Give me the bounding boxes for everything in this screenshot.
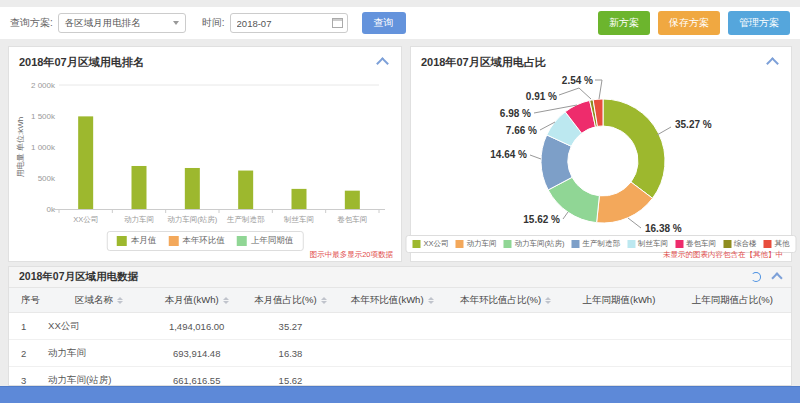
table-cell: 15.62	[244, 375, 338, 386]
x-axis-category-label: XX公司	[73, 215, 98, 224]
query-plan-select[interactable]: 各区域月用电排名	[58, 13, 186, 33]
pie-slice-percent-label: 14.64 %	[490, 149, 527, 160]
column-header-上年同期值占比(%): 上年同期值占比(%)	[674, 294, 791, 307]
column-header-上年同期值(kWh): 上年同期值(kWh)	[564, 294, 673, 307]
column-header-序号: 序号	[9, 294, 48, 307]
legend-swatch	[168, 236, 178, 246]
y-axis-tick-label: 1 500k	[31, 112, 56, 121]
bar-chart-note: 图示中最多显示20项数据	[310, 250, 393, 260]
column-header-label: 本年环比值(kWh)	[351, 294, 424, 307]
sort-icon[interactable]	[117, 297, 123, 304]
pie-slice-percent-label: 0.91 %	[526, 91, 557, 102]
table-cell: 1	[9, 321, 48, 332]
x-axis-category-label: 动力车间(站房)	[167, 215, 217, 224]
legend-swatch	[572, 240, 580, 248]
column-header-label: 上年同期值占比(%)	[692, 294, 773, 307]
column-header-本月值(kWh)[interactable]: 本月值(kWh)	[150, 294, 244, 307]
table-cell: 693,914.48	[150, 348, 244, 359]
pie-slice-percent-label: 16.38 %	[645, 223, 682, 234]
bar-卷包车间	[345, 191, 360, 209]
legend-swatch	[504, 240, 512, 248]
data-table-panel: 2018年07月区域用电数据 序号区域名称本月值(kWh)本月值占比(%)本年环…	[8, 266, 792, 386]
legend-item[interactable]: 动力车间	[456, 239, 497, 249]
refresh-icon[interactable]	[751, 272, 761, 282]
sort-icon[interactable]	[545, 297, 551, 304]
legend-label: 其他	[775, 239, 790, 249]
sort-icon[interactable]	[223, 297, 229, 304]
legend-item[interactable]: XX公司	[412, 239, 448, 249]
legend-swatch	[764, 240, 772, 248]
query-plan-label: 查询方案:	[10, 16, 53, 30]
new-plan-button[interactable]: 新方案	[598, 11, 650, 35]
legend-label: 生产制造部	[583, 239, 621, 249]
legend-item[interactable]: 卷包车间	[675, 239, 716, 249]
query-plan-selected-value: 各区域月用电排名	[65, 17, 141, 30]
legend-item[interactable]: 本年环比值	[168, 235, 225, 247]
table-cell: 661,616.55	[150, 375, 244, 386]
bar-动力车间	[132, 166, 147, 209]
legend-item[interactable]: 其他	[764, 239, 790, 249]
legend-swatch	[627, 240, 635, 248]
pie-slice-percent-label: 2.54 %	[562, 75, 593, 86]
table-row: 1XX公司1,494,016.0035.27	[9, 313, 791, 340]
bar-动力车间(站房)	[185, 168, 200, 209]
table-cell: 2	[9, 348, 48, 359]
legend-swatch	[412, 240, 420, 248]
label-leader-line	[559, 88, 591, 99]
column-header-label: 序号	[21, 294, 40, 307]
manage-plan-button[interactable]: 管理方案	[728, 11, 790, 35]
collapse-chevron-up-icon[interactable]	[376, 57, 389, 70]
calendar-icon[interactable]	[332, 18, 343, 28]
bar-生产制造部	[238, 171, 253, 209]
y-axis-title: 用电量 单位:kWh	[16, 117, 25, 177]
x-axis-category-label: 卷包车间	[337, 215, 367, 224]
legend-item[interactable]: 动力车间(站房)	[504, 239, 565, 249]
legend-item[interactable]: 本月值	[117, 235, 157, 247]
column-header-本年环比值(kWh)[interactable]: 本年环比值(kWh)	[337, 294, 446, 307]
legend-item[interactable]: 上年同期值	[237, 235, 294, 247]
column-header-label: 区域名称	[75, 294, 113, 307]
horizontal-scrollbar[interactable]	[0, 386, 800, 403]
table-cell: XX公司	[48, 320, 150, 333]
legend-label: 动力车间(站房)	[515, 239, 565, 249]
sort-icon[interactable]	[428, 297, 434, 304]
pie-chart-panel: 2018年07月区域用电占比 35.27 %16.38 %15.62 %14.6…	[410, 46, 792, 262]
label-leader-line	[530, 155, 541, 159]
table-header-row: 序号区域名称本月值(kWh)本月值占比(%)本年环比值(kWh)本年环比值占比(…	[9, 288, 791, 313]
toolbar: 查询方案: 各区域月用电排名 时间: 查询 新方案 保存方案 管理方案	[0, 7, 800, 39]
query-button[interactable]: 查询	[362, 12, 406, 34]
collapse-chevron-up-icon[interactable]	[766, 57, 779, 70]
legend-swatch	[675, 240, 683, 248]
chevron-down-icon	[173, 21, 179, 25]
legend-label: 动力车间	[467, 239, 497, 249]
date-input[interactable]	[230, 13, 348, 33]
collapse-chevron-up-icon[interactable]	[771, 272, 782, 283]
bar-chart: 2 000k1 500k1 000k500k0kXX公司动力车间动力车间(站房)…	[11, 73, 401, 233]
x-axis-category-label: 制丝车间	[283, 215, 314, 224]
table-icons	[751, 272, 781, 282]
save-plan-button[interactable]: 保存方案	[658, 11, 720, 35]
column-header-本年环比值占比(%)[interactable]: 本年环比值占比(%)	[447, 294, 564, 307]
column-header-label: 上年同期值(kWh)	[582, 294, 655, 307]
time-label: 时间:	[202, 16, 225, 30]
column-header-本月值占比(%)[interactable]: 本月值占比(%)	[244, 294, 338, 307]
table-cell: 3	[9, 375, 48, 386]
legend-swatch	[456, 240, 464, 248]
legend-item[interactable]: 综合楼	[723, 239, 757, 249]
label-leader-line	[595, 80, 602, 99]
table-cell: 16.38	[244, 348, 338, 359]
donut-chart: 35.27 %16.38 %15.62 %14.64 %7.66 %6.98 %…	[419, 71, 785, 237]
column-header-区域名称[interactable]: 区域名称	[48, 294, 150, 307]
toolbar-right: 新方案 保存方案 管理方案	[598, 11, 790, 35]
pie-chart-note: 未显示的图表内容包含在【其他】中	[663, 250, 783, 260]
bar-chart-panel: 2018年07月区域用电排名 2 000k1 500k1 000k500k0kX…	[8, 46, 402, 262]
y-axis-tick-label: 1 000k	[31, 143, 56, 152]
pie-slice-percent-label: 35.27 %	[675, 119, 712, 130]
column-header-label: 本月值(kWh)	[165, 294, 219, 307]
legend-item[interactable]: 制丝车间	[627, 239, 668, 249]
table-body: 1XX公司1,494,016.0035.272动力车间693,914.4816.…	[9, 313, 791, 386]
dashboard: 查询方案: 各区域月用电排名 时间: 查询 新方案 保存方案 管理方案 2018…	[0, 0, 800, 403]
legend-swatch	[237, 236, 247, 246]
legend-item[interactable]: 生产制造部	[572, 239, 621, 249]
sort-icon[interactable]	[321, 297, 327, 304]
